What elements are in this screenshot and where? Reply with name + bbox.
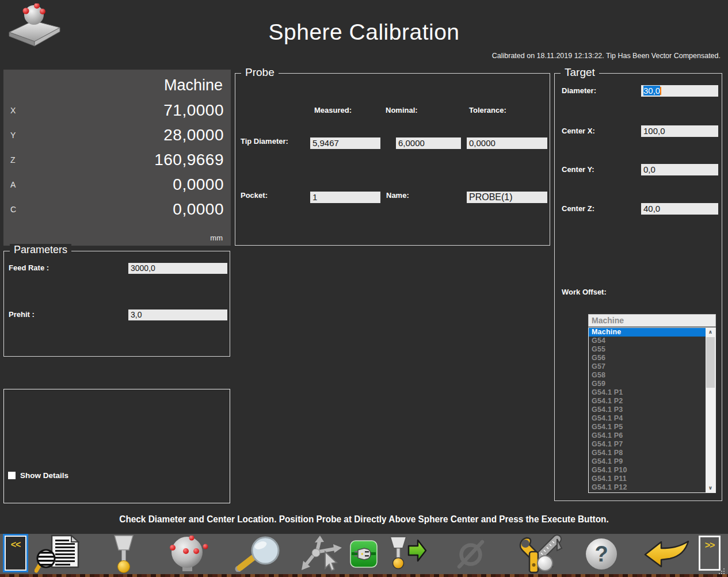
work-offset-option[interactable]: G54.1 P6: [589, 431, 706, 440]
work-offset-label: Work Offset:: [562, 288, 607, 296]
report-icon: [35, 534, 85, 574]
axis-row: A 0,0000: [10, 172, 224, 197]
work-offset-option[interactable]: Machine: [589, 328, 706, 337]
page-title: Sphere Calibration: [0, 20, 728, 45]
work-offset-option[interactable]: G54.1 P7: [589, 440, 706, 449]
scroll-up-icon[interactable]: ∧: [706, 328, 715, 337]
resize-grip[interactable]: [719, 568, 720, 570]
pocket-input[interactable]: 1: [310, 192, 380, 203]
execute-probe-button[interactable]: [384, 534, 428, 574]
parameters-groupbox-title: Parameters: [10, 244, 71, 256]
feed-rate-label: Feed Rate :: [9, 263, 49, 272]
work-offset-combobox[interactable]: Machine: [588, 314, 716, 327]
target-center-x-input[interactable]: 100,0: [641, 125, 718, 137]
tip-diameter-measured-input[interactable]: 5,9467: [310, 137, 380, 149]
back-arrow-icon: [643, 541, 691, 567]
axis-value: 0,0000: [173, 200, 224, 219]
work-offset-option[interactable]: G58: [589, 371, 706, 380]
axis-row: X 71,0000: [10, 98, 224, 123]
work-offset-option[interactable]: G54.1 P8: [589, 449, 706, 457]
probe-groupbox: Probe Measured:Nominal:Tolerance: Tip Di…: [235, 73, 550, 246]
pocket-label: Pocket:: [241, 191, 268, 200]
connect-icon: [350, 540, 378, 568]
work-offset-option[interactable]: G54.1 P3: [589, 406, 706, 414]
axis-row: Z 160,9669: [10, 147, 224, 172]
execute-probe-icon: [386, 536, 427, 572]
target-center-y-label: Center Y:: [562, 165, 594, 174]
back-button[interactable]: [641, 534, 693, 574]
target-center-x-label: Center X:: [562, 127, 595, 135]
magnifier-icon: [233, 536, 285, 572]
scroll-down-icon[interactable]: ∨: [706, 484, 715, 492]
work-offset-option[interactable]: G59: [589, 380, 706, 388]
work-offset-option[interactable]: G54.1 P5: [589, 423, 706, 431]
jog-axes-icon: [298, 536, 345, 572]
probe-column-header: Tolerance:: [469, 106, 506, 114]
axis-row: Y 28,0000: [10, 123, 224, 147]
work-offset-option[interactable]: G54.1 P10: [589, 466, 706, 475]
axis-label: Y: [10, 131, 16, 140]
tip-diameter-label: Tip Diameter:: [241, 137, 288, 146]
work-offset-option[interactable]: G54.1 P1: [589, 388, 706, 397]
report-button[interactable]: [33, 534, 86, 574]
work-offset-scrollbar[interactable]: ∧ ∨: [706, 328, 715, 492]
work-offset-option[interactable]: G54.1 P9: [589, 457, 706, 466]
axis-label: X: [10, 106, 16, 115]
probe-column-header: Nominal:: [386, 106, 418, 114]
inspect-button[interactable]: [231, 534, 286, 574]
work-offset-option[interactable]: G54.1 P11: [589, 475, 706, 483]
svg-text:?: ?: [594, 542, 608, 566]
axis-value: 0,0000: [173, 175, 224, 194]
target-diameter-label: Diameter:: [562, 86, 596, 95]
scrollbar-thumb[interactable]: [706, 337, 715, 388]
target-diameter-input[interactable]: 30,0: [641, 85, 718, 97]
axis-label: Z: [10, 155, 16, 165]
jog-axes-button[interactable]: [296, 534, 347, 574]
work-offset-option[interactable]: G54: [589, 337, 706, 345]
probe-groupbox-title: Probe: [241, 66, 279, 79]
sphere-calibration-icon: [164, 536, 212, 572]
work-offset-list: MachineG54G55G56G57G58G59G54.1 P1G54.1 P…: [588, 327, 716, 493]
previous-page-button[interactable]: <<: [5, 536, 26, 571]
prehit-label: Prehit :: [9, 310, 35, 319]
axis-label: C: [10, 205, 16, 214]
help-button[interactable]: ?: [584, 534, 619, 574]
prehit-input[interactable]: 3,0: [128, 309, 227, 320]
work-offset-options: MachineG54G55G56G57G58G59G54.1 P1G54.1 P…: [589, 328, 706, 492]
next-page-button[interactable]: >>: [699, 536, 721, 571]
connect-button[interactable]: [349, 534, 379, 574]
work-offset-option[interactable]: G54.1 P12: [589, 483, 706, 492]
parameters-groupbox: Parameters Feed Rate : 3000,0 Prehit : 3…: [3, 251, 230, 357]
tip-diameter-nominal-input[interactable]: 6,0000: [396, 137, 461, 149]
details-panel: Show Details: [3, 389, 230, 503]
axis-value: 28,0000: [163, 126, 224, 144]
probe-name-input[interactable]: PROBE(1): [467, 192, 547, 203]
target-center-z-input[interactable]: 40,0: [641, 203, 718, 215]
tip-diameter-tolerance-input[interactable]: 0,0000: [467, 137, 547, 149]
name-label: Name:: [386, 191, 409, 200]
probe-change-button[interactable]: [109, 534, 138, 574]
target-center-y-input[interactable]: 0,0: [641, 164, 718, 175]
work-offset-option[interactable]: G54.1 P2: [589, 397, 706, 406]
units-label: mm: [210, 234, 223, 242]
diameter-button[interactable]: [452, 534, 489, 574]
axis-row: C 0,0000: [10, 197, 224, 221]
calibration-tools-icon: [512, 534, 563, 574]
target-groupbox: Target Diameter: 30,0Center X: 100,0Cent…: [554, 73, 722, 501]
selected-text: 30,0: [643, 86, 660, 95]
status-message: Check Diameter and Center Location. Posi…: [14, 514, 713, 525]
diameter-icon: [453, 538, 488, 570]
calibration-tools-button[interactable]: [511, 534, 564, 574]
text-caret: [660, 87, 661, 95]
axis-value: 71,0000: [163, 101, 224, 120]
sphere-calibration-button[interactable]: [162, 534, 214, 574]
work-offset-option[interactable]: G55: [589, 345, 706, 354]
show-details-checkbox[interactable]: [8, 472, 16, 479]
machine-position-panel: Machine X 71,0000 Y 28,0000 Z 160,9669 A…: [3, 70, 231, 246]
desktop-edge-strip: [0, 574, 728, 577]
axis-label: A: [10, 180, 16, 189]
work-offset-option[interactable]: G54.1 P4: [589, 414, 706, 423]
work-offset-option[interactable]: G57: [589, 362, 706, 371]
feed-rate-input[interactable]: 3000,0: [128, 263, 227, 274]
work-offset-option[interactable]: G56: [589, 354, 706, 362]
